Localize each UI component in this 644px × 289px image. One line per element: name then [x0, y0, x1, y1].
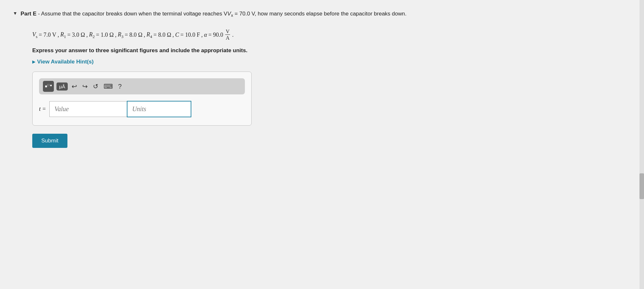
r1-var: R1	[60, 29, 66, 41]
r4-val: = 8.0 Ω	[153, 29, 171, 41]
c-var: C	[175, 29, 179, 41]
r2-val: = 1.0 Ω	[96, 29, 114, 41]
equation-section: Vs = 7.0 V , R1 = 3.0 Ω , R2 = 1.0 Ω , R…	[32, 28, 631, 41]
alpha-val: = 90.0	[208, 29, 223, 41]
comma1: ,	[57, 29, 59, 41]
toolbar: ▪□ ▪ μÅ ↩ ↪ ↺ ⌨ ?	[39, 78, 245, 94]
hint-link[interactable]: ▶ View Available Hint(s)	[32, 59, 631, 65]
r1-val: = 3.0 Ω	[67, 29, 85, 41]
template-icon[interactable]: ▪□	[45, 82, 49, 91]
scrollbar[interactable]	[639, 0, 644, 158]
help-button[interactable]: ?	[117, 82, 123, 91]
vs-val: = 7.0 V	[39, 29, 56, 41]
comma5: ,	[173, 29, 174, 41]
value-input[interactable]	[49, 101, 127, 117]
t-label: t =	[39, 106, 46, 112]
r4-var: R4	[146, 29, 152, 41]
undo-button[interactable]: ↩	[70, 82, 78, 91]
comma2: ,	[86, 29, 88, 41]
equation-line: Vs = 7.0 V , R1 = 3.0 Ω , R2 = 1.0 Ω , R…	[32, 28, 631, 41]
r2-var: R2	[89, 29, 95, 41]
period: .	[232, 29, 234, 41]
keyboard-button[interactable]: ⌨	[102, 82, 114, 91]
vs-var: Vs	[32, 29, 37, 41]
instructions: Express your answer to three significant…	[32, 47, 631, 54]
comma4: ,	[144, 29, 145, 41]
redo-button[interactable]: ↪	[81, 82, 89, 91]
comma3: ,	[115, 29, 116, 41]
hint-text: View Available Hint(s)	[37, 59, 94, 65]
alpha-var: α	[204, 29, 207, 41]
mu-button[interactable]: μÅ	[56, 82, 68, 91]
vx-var: Vx	[227, 11, 233, 17]
fraction-denominator: A	[225, 35, 230, 41]
part-separator: -	[36, 11, 41, 17]
part-description: Assume that the capacitor breaks down wh…	[41, 11, 227, 17]
submit-button[interactable]: Submit	[32, 134, 67, 148]
r3-val: = 8.0 Ω	[125, 29, 142, 41]
input-row: t =	[39, 101, 245, 117]
c-val: = 10.0 F	[180, 29, 200, 41]
fraction: V A	[225, 28, 230, 41]
fraction-numerator: V	[225, 28, 230, 35]
part-header: ▼ Part E - Assume that the capacitor bre…	[13, 10, 631, 19]
template-btn-group[interactable]: ▪□ ▪	[43, 81, 54, 92]
comma6: ,	[201, 29, 203, 41]
units-input[interactable]	[127, 101, 191, 117]
template-icon2[interactable]: ▪	[50, 82, 52, 91]
hint-arrow-icon: ▶	[32, 60, 35, 64]
part-label: Part E	[21, 11, 36, 17]
dropdown-arrow-icon[interactable]: ▼	[13, 11, 17, 16]
part-description2: = 70.0 V, how many seconds elapse before…	[233, 11, 407, 17]
part-text: Part E - Assume that the capacitor break…	[21, 10, 407, 19]
r3-var: R3	[118, 29, 124, 41]
answer-box: ▪□ ▪ μÅ ↩ ↪ ↺ ⌨ ? t =	[32, 72, 252, 126]
refresh-button[interactable]: ↺	[92, 82, 100, 91]
